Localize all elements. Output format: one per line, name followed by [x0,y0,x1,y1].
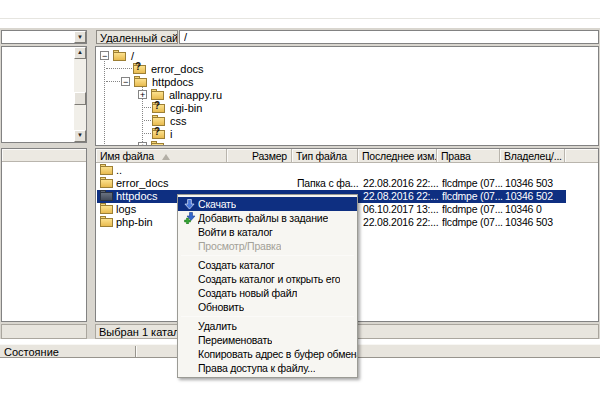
tree-collapse-icon[interactable] [121,77,130,86]
folder-icon [113,50,127,62]
menu-item-rename[interactable]: Переименовать [178,333,357,347]
folder-icon [134,76,148,88]
column-header-name[interactable]: Имя файла [96,149,227,163]
column-header-label: Права [441,150,471,162]
tree-item-httpdocs[interactable]: httpdocs [121,75,194,88]
tree-item-label: allnappy.ru [169,89,222,101]
menu-item-create-directory-open[interactable]: Создать каталог и открыть его [178,272,357,286]
tree-item-label: / [131,50,134,62]
tree-item-error-docs[interactable]: ? error_docs [133,62,204,75]
file-owner: 10346 502 [505,190,575,203]
file-row-error-docs[interactable]: error_docs Папка с фа... 22.08.2016 22:.… [97,177,598,190]
tree-item-label: httpdocs [152,76,194,88]
folder-icon [100,190,114,202]
tree-item-partial[interactable] [138,140,169,146]
file-perms: flcdmpe (07... [442,216,503,229]
menu-item-enter-directory[interactable]: Войти в каталог [178,225,357,239]
file-modified: 06.10.2017 13:... [363,203,440,216]
column-header-label: Размер [252,150,287,162]
scroll-down-icon[interactable] [74,130,86,142]
queue-column-state: Состояние [4,346,59,358]
menu-item-create-directory[interactable]: Создать каталог [178,258,357,272]
menu-item-add-to-queue[interactable]: Добавить файлы в задание [178,211,357,225]
local-status-bar [1,324,87,339]
tree-item-label: css [170,115,187,127]
menu-item-label: Создать каталог [198,259,275,271]
tree-item-root[interactable]: / [100,49,134,62]
menu-item-label: Скачать [198,198,236,210]
menu-item-create-file[interactable]: Создать новый файл [178,286,357,300]
tree-expand-icon[interactable] [138,142,147,146]
toolbar-divider [0,18,600,19]
file-owner: 10346 0 [505,203,575,216]
column-header-perms[interactable]: Права [437,149,500,163]
column-header-label: Имя файла [100,150,154,162]
menu-item-label: Добавить файлы в задание [198,212,328,224]
sort-ascending-icon [162,154,170,160]
column-separator [135,346,136,357]
column-header-size[interactable]: Размер [227,149,292,163]
menu-separator [181,255,354,256]
file-modified: 22.08.2016 22:... [363,216,440,229]
tree-item-label: cgi-bin [170,102,202,114]
column-header-filler [565,149,598,163]
context-menu: Скачать Добавить файлы в задание Войти в… [177,194,358,378]
menu-item-label: Обновить [198,301,244,313]
tree-item-allnappy-ru[interactable]: allnappy.ru [138,88,222,101]
menu-item-delete[interactable]: Удалить [178,319,357,333]
file-perms: flcdmpe (07... [442,177,503,190]
tree-connector [104,58,105,144]
tree-item-label: i [170,128,172,140]
file-perms: flcdmpe (07... [442,203,503,216]
menu-item-label: Войти в каталог [198,226,273,238]
file-modified: 22.08.2016 22:... [363,190,440,203]
column-header-label: Тип файла [296,150,347,162]
menu-item-label: Создать каталог и открыть его [198,273,340,285]
local-file-list-pane [1,148,87,322]
combobox-dropdown-icon[interactable] [74,31,86,43]
column-header-label: Последнее изм... [362,150,437,162]
local-site-combobox[interactable] [1,30,87,44]
folder-question-icon: ? [133,63,147,75]
column-header-owner[interactable]: Владелец/... [500,149,565,163]
tree-expand-icon[interactable] [138,90,147,99]
tree-connector [106,81,120,82]
file-row-parent[interactable]: .. [97,164,598,177]
menu-item-label: Создать новый файл [198,287,297,299]
column-header-modified[interactable]: Последнее изм... [358,149,437,163]
menu-separator [181,316,354,317]
column-header-type[interactable]: Тип файла [292,149,358,163]
download-icon [181,199,198,210]
menu-item-view-edit: Просмотр/Правка [178,239,357,253]
file-perms: flcdmpe (07... [442,190,503,203]
tree-item-cgi-bin[interactable]: ? cgi-bin [152,101,202,114]
scroll-up-icon[interactable] [74,47,86,59]
remote-site-label: Удаленный сайт: [96,30,178,44]
remote-path-input[interactable] [179,30,599,44]
tree-collapse-icon[interactable] [100,51,109,60]
file-name: error_docs [116,177,221,190]
vertical-scrollbar[interactable] [74,47,86,142]
file-owner: 10346 503 [505,216,575,229]
folder-icon [100,203,114,215]
menu-item-label: Переименовать [198,334,272,346]
folder-question-icon: ? [152,102,166,114]
menu-item-label: Копировать адрес в буфер обмена [198,348,357,360]
menu-item-download[interactable]: Скачать [178,197,357,211]
folder-question-icon: ? [152,128,166,140]
folder-icon [100,216,114,228]
menu-item-permissions[interactable]: Права доступа к файлу... [178,361,357,375]
menu-item-label: Права доступа к файлу... [198,362,315,374]
tree-item-i[interactable]: ? i [152,127,172,140]
folder-icon [100,177,114,189]
remote-tree-pane: / ? error_docs httpdocs allnappy.ru ? cg… [95,46,599,146]
tree-connector [106,68,132,69]
tree-item-label: error_docs [151,63,204,75]
menu-item-label: Просмотр/Правка [198,240,281,252]
tree-connector [144,120,151,121]
menu-item-copy-address[interactable]: Копировать адрес в буфер обмена [178,347,357,361]
menu-item-refresh[interactable]: Обновить [178,300,357,314]
file-owner: 10346 503 [505,177,575,190]
scrollbar-thumb[interactable] [74,92,86,105]
local-list-header [2,149,86,162]
